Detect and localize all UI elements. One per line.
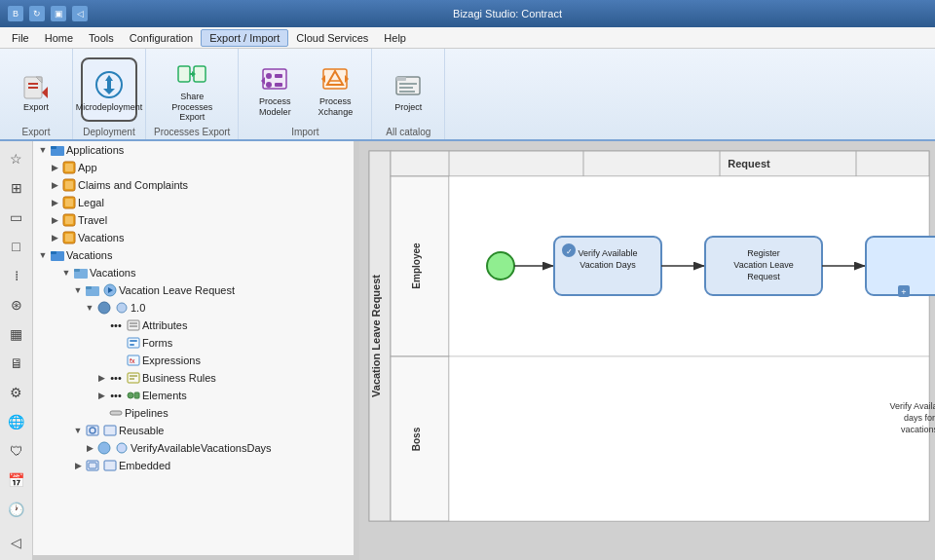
sidebar-item-version-10[interactable]: ▼ 1.0 — [33, 299, 354, 317]
deployment-group-label: Deployment — [83, 127, 134, 137]
ribbon-group-export: Export Export — [0, 49, 73, 139]
process-modeler-button[interactable]: Process Modeler — [246, 57, 303, 122]
toggle-verify[interactable]: ▶ — [84, 442, 95, 454]
svg-rect-15 — [275, 74, 282, 78]
svg-rect-64 — [110, 411, 122, 415]
menu-tools[interactable]: Tools — [81, 30, 122, 46]
folder-vacations-icon — [51, 248, 64, 262]
toggle-vacations[interactable]: ▼ — [37, 249, 49, 261]
toggle-expressions[interactable] — [95, 355, 107, 366]
svg-rect-34 — [65, 181, 73, 189]
square-icon[interactable]: □ — [3, 233, 30, 260]
menu-cloud-services[interactable]: Cloud Services — [288, 30, 376, 46]
pipelines-icon2 — [109, 406, 123, 420]
microdeployment-button[interactable]: Microdeployment — [81, 57, 137, 122]
calendar-icon[interactable]: 📅 — [3, 467, 30, 494]
menu-home[interactable]: Home — [37, 30, 81, 46]
sidebar-item-expressions[interactable]: fx Expressions — [33, 352, 354, 369]
toggle-vlr[interactable]: ▼ — [72, 284, 84, 296]
process-icon2 — [103, 283, 117, 297]
export-button[interactable]: Export — [8, 57, 64, 122]
svg-rect-59 — [128, 373, 139, 383]
svg-rect-30 — [51, 146, 56, 149]
clock-icon[interactable]: 🕐 — [3, 496, 30, 523]
sidebar-item-vacations-app[interactable]: ▶ Vacations — [33, 229, 354, 246]
left-toolbar: ☆ ⊞ ▭ □ ⁞ ⊛ ▦ 🖥 ⚙ 🌐 🛡 📅 🕐 ◁ — [0, 141, 33, 560]
svg-rect-55 — [130, 340, 137, 342]
sidebar-item-vacation-leave-request[interactable]: ▼ Vacation Leave Request — [33, 281, 354, 299]
svg-rect-38 — [65, 216, 73, 224]
swimlane-title: Vacation Leave Request — [370, 275, 382, 397]
toggle-legal[interactable]: ▶ — [49, 197, 60, 208]
sidebar-item-business-rules[interactable]: ▶ ••• Business Rules — [33, 369, 354, 387]
header-request-label: Request — [728, 158, 770, 169]
toggle-app[interactable]: ▶ — [49, 162, 60, 173]
vacations-label: Vacations — [66, 249, 350, 261]
collapse-icon[interactable]: ◁ — [3, 529, 30, 556]
sidebar-item-travel[interactable]: ▶ Travel — [33, 211, 354, 229]
pipelines-label: Pipelines — [125, 407, 350, 419]
sidebar-bottom-resize[interactable] — [33, 555, 354, 560]
toggle-business-rules[interactable]: ▶ — [95, 372, 107, 384]
svg-point-16 — [266, 82, 272, 88]
dots-icon[interactable]: ⁞ — [3, 262, 30, 289]
attributes-icon2 — [127, 318, 140, 332]
applications-label: Applications — [66, 144, 350, 156]
sidebar-item-claims[interactable]: ▶ Claims and Complaints — [33, 176, 354, 194]
node-icon[interactable]: ⊛ — [3, 291, 30, 318]
ribbon-group-deployment: Microdeployment Deployment — [73, 49, 146, 139]
svg-rect-63 — [134, 392, 139, 398]
toggle-forms[interactable] — [95, 337, 107, 349]
sidebar-item-attributes[interactable]: ••• Attributes — [33, 317, 354, 334]
dots-bullet-icon: ••• — [109, 318, 123, 332]
sidebar-item-reusable[interactable]: ▼ Reusable — [33, 422, 354, 439]
svg-rect-84 — [449, 356, 929, 521]
sidebar-item-verify-available[interactable]: ▶ VerifyAvailableVacationsDays — [33, 439, 354, 457]
layers-icon[interactable]: ▭ — [3, 204, 30, 231]
sidebar-item-vacations[interactable]: ▼ Vacations — [33, 246, 354, 264]
vacations-app-label: Vacations — [78, 232, 350, 243]
sidebar-item-vacations-sub[interactable]: ▼ Vacations — [33, 264, 354, 281]
menu-help[interactable]: Help — [376, 30, 414, 46]
toggle-vacations-app[interactable]: ▶ — [49, 232, 60, 243]
shield-icon[interactable]: 🛡 — [3, 437, 30, 465]
process-modeler-label: Process Modeler — [249, 96, 300, 118]
menu-configuration[interactable]: Configuration — [122, 30, 201, 46]
svg-rect-51 — [128, 320, 139, 330]
sidebar-item-forms[interactable]: Forms — [33, 334, 354, 352]
project-button[interactable]: Project — [380, 57, 436, 122]
share-processes-button[interactable]: Share Processes Export — [164, 57, 220, 122]
toggle-vacations-sub[interactable]: ▼ — [60, 267, 72, 279]
globe-icon[interactable]: 🌐 — [3, 408, 30, 435]
sidebar-item-embedded[interactable]: ▶ Embedded — [33, 457, 354, 474]
ribbon-group-processes-export: Share Processes Export Processes Export — [146, 49, 239, 139]
svg-rect-28 — [399, 91, 415, 93]
svg-rect-42 — [51, 251, 56, 254]
toggle-attributes[interactable] — [95, 319, 107, 331]
sidebar-item-elements[interactable]: ▶ ••• Elements — [33, 387, 354, 404]
toggle-claims[interactable]: ▶ — [49, 179, 60, 191]
grid2-icon[interactable]: ▦ — [3, 320, 30, 348]
toggle-version[interactable]: ▼ — [84, 302, 95, 314]
all-catalog-group-label: All catalog — [386, 127, 430, 137]
toggle-pipelines[interactable] — [95, 407, 107, 419]
sidebar-item-applications[interactable]: ▼ Applications — [33, 141, 354, 159]
toggle-applications[interactable]: ▼ — [37, 144, 49, 156]
screen-icon[interactable]: 🖥 — [3, 350, 30, 377]
grid-icon[interactable]: ⊞ — [3, 174, 30, 202]
sidebar-item-app[interactable]: ▶ App — [33, 159, 354, 176]
menu-file[interactable]: File — [4, 30, 37, 46]
dots-business-rules-icon: ••• — [109, 371, 123, 385]
menu-export-import[interactable]: Export / Import — [201, 29, 288, 47]
star-icon[interactable]: ☆ — [3, 145, 30, 172]
sidebar-item-legal[interactable]: ▶ Legal — [33, 194, 354, 211]
toggle-reusable[interactable]: ▼ — [72, 425, 84, 436]
microdeployment-label: Microdeployment — [76, 102, 143, 113]
toggle-embedded[interactable]: ▶ — [72, 460, 84, 471]
sidebar-item-pipelines[interactable]: Pipelines — [33, 404, 354, 422]
menubar: File Home Tools Configuration Export / I… — [0, 27, 935, 49]
toggle-elements[interactable]: ▶ — [95, 390, 107, 401]
process-xchange-button[interactable]: Process Xchange — [307, 57, 363, 122]
gear-icon[interactable]: ⚙ — [3, 379, 30, 406]
toggle-travel[interactable]: ▶ — [49, 214, 60, 226]
